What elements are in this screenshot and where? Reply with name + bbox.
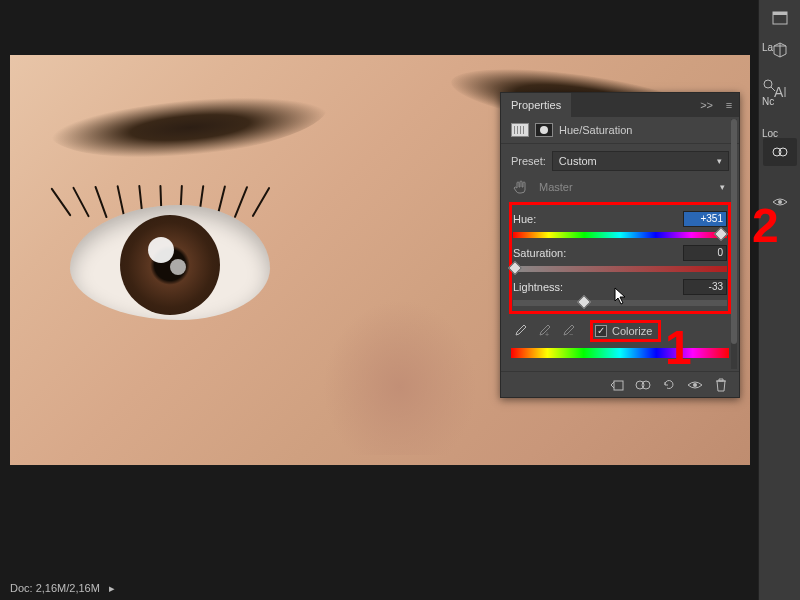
panel-scrollbar[interactable] [731, 119, 737, 369]
right-label-loc: Loc [762, 128, 798, 139]
adjustment-label: Hue/Saturation [559, 124, 632, 136]
svg-text:−: − [569, 331, 573, 338]
reset-icon[interactable] [661, 377, 677, 393]
svg-rect-11 [614, 381, 623, 390]
colorize-option[interactable]: Colorize [593, 323, 658, 339]
panel-icon-visibility[interactable] [763, 188, 797, 216]
svg-point-13 [642, 381, 650, 389]
top-dark-bar [0, 0, 760, 55]
preset-label: Preset: [511, 155, 546, 167]
hue-label: Hue: [513, 213, 536, 225]
sliders-group: Hue: +351 Saturation: 0 Lightness: -33 [511, 204, 729, 312]
hue-value-input[interactable]: +351 [683, 211, 727, 227]
bottom-dark-bar [0, 465, 760, 600]
adjustment-header: Hue/Saturation [501, 117, 739, 144]
panel-icon-adjust[interactable] [763, 138, 797, 166]
adjustment-type-icon[interactable] [511, 123, 529, 137]
svg-rect-1 [773, 12, 787, 15]
eyebrow-left-graphic [48, 88, 332, 167]
panel-menu-button[interactable]: ≡ [719, 99, 739, 111]
trash-icon[interactable] [713, 377, 729, 393]
properties-tab[interactable]: Properties [501, 93, 571, 117]
status-chevron-icon[interactable]: ▸ [109, 582, 115, 594]
visibility-icon[interactable] [687, 377, 703, 393]
panel-tabbar: Properties >> ≡ [501, 93, 739, 117]
saturation-slider[interactable] [513, 264, 727, 274]
channel-dropdown[interactable]: Master ▾ [535, 177, 729, 197]
chevron-down-icon: ▾ [717, 156, 722, 166]
nose-graphic [310, 285, 490, 455]
eyedropper-subtract-icon[interactable]: − [559, 322, 577, 340]
lightness-slider[interactable] [513, 298, 727, 308]
clip-icon[interactable] [609, 377, 625, 393]
hue-slider[interactable] [513, 230, 727, 240]
eyedropper-icon[interactable] [511, 322, 529, 340]
panel-icon-1[interactable] [763, 4, 797, 32]
panel-collapse-button[interactable]: >> [694, 99, 719, 111]
chevron-down-icon: ▾ [720, 182, 725, 192]
channel-value: Master [539, 181, 573, 193]
svg-text:+: + [545, 331, 549, 338]
lightness-label: Lightness: [513, 281, 563, 293]
preset-value: Custom [559, 155, 597, 167]
targeted-adjust-icon[interactable] [511, 178, 529, 196]
status-bar: Doc: 2,16M/2,16M ▸ [10, 582, 115, 595]
iris-left-graphic [120, 215, 220, 315]
right-label-nc: Nc [762, 96, 798, 107]
right-tool-strip: La A Nc Loc [758, 0, 800, 600]
right-label-search [762, 78, 798, 92]
saturation-value-input[interactable]: 0 [683, 245, 727, 261]
svg-point-7 [779, 148, 787, 156]
mask-view-icon[interactable] [635, 377, 651, 393]
eyedropper-add-icon[interactable]: + [535, 322, 553, 340]
properties-panel: Properties >> ≡ Hue/Saturation Preset: C… [500, 92, 740, 398]
doc-size-label: Doc: 2,16M/2,16M [10, 582, 100, 594]
svg-point-8 [778, 200, 782, 204]
preset-dropdown[interactable]: Custom ▾ [552, 151, 729, 171]
svg-point-4 [764, 80, 772, 88]
right-label-la: La [762, 42, 798, 53]
panel-footer [501, 371, 739, 397]
colorize-label: Colorize [612, 325, 652, 337]
svg-line-5 [771, 87, 775, 91]
saturation-label: Saturation: [513, 247, 566, 259]
scrollbar-thumb[interactable] [731, 119, 737, 344]
lightness-value-input[interactable]: -33 [683, 279, 727, 295]
layer-mask-icon[interactable] [535, 123, 553, 137]
svg-point-14 [693, 383, 697, 387]
spectrum-bar [511, 348, 729, 358]
colorize-checkbox[interactable] [595, 325, 607, 337]
